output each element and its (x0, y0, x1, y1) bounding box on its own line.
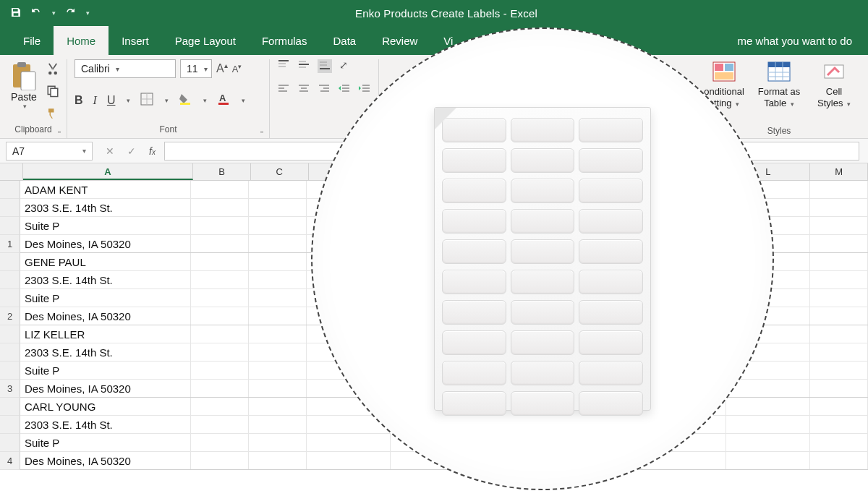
cell[interactable] (249, 416, 307, 433)
row-header[interactable]: 3 (0, 380, 20, 398)
cell[interactable]: LIZ KELLER (20, 325, 191, 343)
undo-dropdown-icon[interactable]: ▾ (52, 9, 56, 17)
cell[interactable] (249, 325, 307, 343)
align-middle-icon[interactable] (297, 59, 310, 73)
cell[interactable] (191, 271, 249, 288)
cell[interactable]: Suite P (20, 362, 191, 379)
cell[interactable] (810, 289, 868, 307)
font-color-button[interactable]: A (217, 93, 230, 108)
cell[interactable] (810, 343, 868, 361)
tab-review[interactable]: Review (369, 26, 430, 55)
grow-font-icon[interactable]: A▴ (216, 61, 228, 75)
align-top-icon[interactable] (277, 59, 290, 73)
enter-formula-icon[interactable]: ✓ (127, 145, 136, 157)
cell[interactable] (726, 452, 810, 469)
bold-button[interactable]: B (75, 94, 83, 107)
cell[interactable] (249, 434, 307, 451)
cell[interactable] (307, 452, 391, 469)
cell[interactable] (726, 416, 810, 433)
row-header[interactable]: 4 (0, 452, 20, 470)
row-header[interactable]: 1 (0, 235, 20, 253)
cell[interactable]: Des Moines, IA 50320 (20, 307, 191, 325)
tab-page-layout[interactable]: Page Layout (162, 26, 249, 55)
row-header[interactable] (0, 289, 20, 307)
cell[interactable] (249, 362, 307, 379)
format-as-table-button[interactable]: Format as Table ▾ (754, 59, 804, 108)
row-header[interactable] (0, 398, 20, 416)
row-header[interactable] (0, 343, 20, 362)
cell[interactable] (191, 289, 249, 307)
cell[interactable] (191, 181, 249, 198)
cell[interactable] (191, 325, 249, 343)
cell[interactable] (726, 434, 810, 451)
cell[interactable] (191, 307, 249, 325)
column-header-m[interactable]: M (810, 163, 868, 180)
redo-icon[interactable] (64, 7, 76, 20)
row-header[interactable] (0, 362, 20, 380)
row-header[interactable] (0, 416, 20, 434)
cell[interactable] (810, 235, 868, 252)
cell[interactable]: Suite P (20, 217, 191, 234)
format-painter-icon[interactable] (46, 107, 59, 122)
column-header-a[interactable]: A (23, 163, 193, 180)
cell[interactable] (810, 416, 868, 433)
cell[interactable] (810, 271, 868, 288)
cell[interactable] (726, 398, 810, 415)
paste-button[interactable]: Paste ▾ (7, 59, 41, 111)
cell[interactable] (191, 434, 249, 451)
cell[interactable] (249, 253, 307, 270)
tab-file[interactable]: File (10, 26, 54, 55)
align-center-icon[interactable] (297, 83, 310, 95)
cell[interactable] (810, 452, 868, 469)
shrink-font-icon[interactable]: A▾ (232, 63, 242, 74)
copy-icon[interactable] (46, 85, 59, 100)
cell[interactable] (249, 271, 307, 288)
cell[interactable] (249, 199, 307, 216)
cell[interactable]: CARL YOUNG (20, 398, 191, 415)
cell[interactable] (810, 181, 868, 198)
orientation-icon[interactable]: ⤢ (339, 59, 348, 73)
italic-button[interactable]: I (93, 94, 97, 107)
cell[interactable] (810, 380, 868, 397)
cell[interactable]: Des Moines, IA 50320 (20, 452, 191, 469)
font-launcher-icon[interactable]: ▫ (260, 124, 263, 139)
cell[interactable]: GENE PAUL (20, 253, 191, 270)
cut-icon[interactable] (46, 62, 59, 77)
cell[interactable] (249, 235, 307, 252)
cell[interactable] (810, 362, 868, 379)
cell[interactable] (191, 416, 249, 433)
cell[interactable]: 2303 S.E. 14th St. (20, 416, 191, 433)
cell[interactable] (810, 434, 868, 451)
cell[interactable] (191, 217, 249, 234)
row-header[interactable] (0, 271, 20, 289)
cell[interactable]: Des Moines, IA 50320 (20, 380, 191, 397)
row-header[interactable] (0, 181, 20, 199)
cell[interactable] (249, 307, 307, 325)
cell[interactable] (191, 235, 249, 252)
select-all-corner[interactable] (0, 163, 23, 180)
align-left-icon[interactable] (277, 83, 290, 95)
paste-dropdown-icon[interactable]: ▾ (23, 103, 27, 110)
align-bottom-icon[interactable] (318, 59, 332, 73)
cell[interactable] (249, 398, 307, 415)
decrease-indent-icon[interactable] (338, 83, 351, 95)
column-header-b[interactable]: B (193, 163, 251, 180)
row-header[interactable] (0, 434, 20, 452)
tab-insert[interactable]: Insert (109, 26, 162, 55)
cell[interactable] (810, 398, 868, 415)
cell[interactable] (191, 398, 249, 415)
clipboard-launcher-icon[interactable]: ▫ (58, 124, 61, 139)
font-size-combo[interactable]: 11▾ (180, 59, 212, 78)
row-header[interactable]: 2 (0, 307, 20, 325)
row-header[interactable] (0, 253, 20, 271)
cell[interactable]: Des Moines, IA 50320 (20, 235, 191, 252)
font-family-combo[interactable]: Calibri▾ (75, 59, 176, 78)
cell[interactable] (191, 452, 249, 469)
fx-icon[interactable]: fx (149, 145, 156, 157)
cell[interactable] (810, 253, 868, 270)
tab-data[interactable]: Data (320, 26, 369, 55)
cell[interactable]: ADAM KENT (20, 181, 191, 198)
cell[interactable] (191, 362, 249, 379)
cell[interactable] (249, 343, 307, 361)
name-box[interactable]: A7▾ (6, 142, 93, 161)
